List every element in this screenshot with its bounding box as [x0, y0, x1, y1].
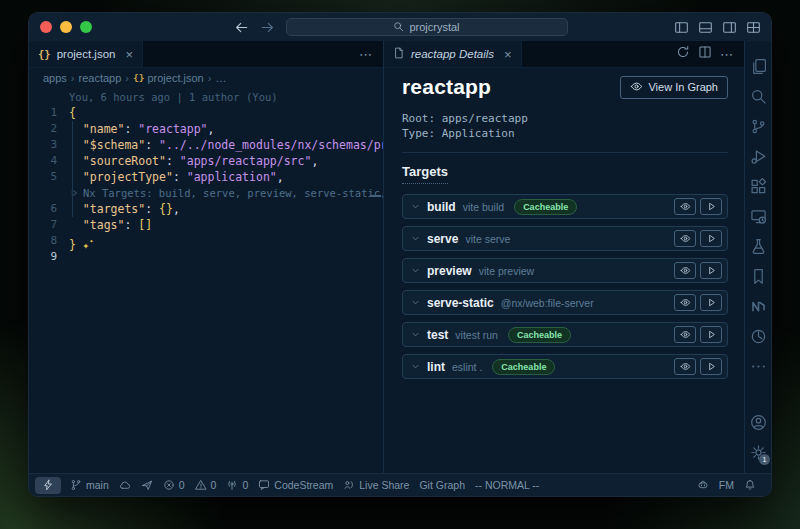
settings-badge: 1: [759, 454, 770, 465]
chevron-down-icon[interactable]: [410, 265, 421, 276]
run-target-button[interactable]: [700, 198, 722, 215]
status-remote[interactable]: [35, 477, 61, 494]
activity-item-nx-console[interactable]: [745, 291, 771, 321]
split-editor-icon[interactable]: [698, 45, 712, 63]
run-target-button[interactable]: [700, 358, 722, 375]
run-target-button[interactable]: [700, 262, 722, 279]
cacheable-badge: Cacheable: [514, 199, 577, 215]
forward-button[interactable]: [259, 19, 276, 36]
chevron-down-icon[interactable]: [410, 329, 421, 340]
status-vim-mode[interactable]: -- NORMAL --: [470, 474, 544, 496]
tab-project-json[interactable]: {} project.json ×: [29, 41, 143, 67]
activity-item-ellipsis[interactable]: [745, 351, 771, 381]
toggle-layout-button[interactable]: [745, 19, 762, 36]
activity-item-test-beaker[interactable]: [745, 231, 771, 261]
gitlens-blame[interactable]: You, 6 hours ago | 1 author (You): [69, 89, 278, 105]
code-line: 4 "sourceRoot": "apps/reactapp/src",: [29, 153, 383, 169]
indent-guide: [72, 121, 73, 217]
minimize-window-button[interactable]: [60, 21, 72, 33]
back-button[interactable]: [233, 19, 250, 36]
status-notifications[interactable]: [739, 474, 761, 496]
view-target-button[interactable]: [674, 326, 696, 343]
breadcrumb: apps›reactapp›{}project.json›…: [29, 68, 383, 87]
breadcrumb-separator: ›: [208, 72, 212, 84]
panel-more-actions-icon[interactable]: ⋯: [720, 47, 734, 62]
status-warnings[interactable]: 0: [190, 474, 222, 496]
document-icon: [393, 47, 405, 59]
history-nav: [233, 19, 276, 36]
tab-reactapp-details[interactable]: reactapp Details ×: [384, 41, 522, 67]
chevron-down-icon[interactable]: [410, 201, 421, 212]
close-tab-icon[interactable]: ×: [504, 48, 512, 61]
breadcrumb-item-reactapp[interactable]: reactapp: [79, 72, 122, 84]
view-target-button[interactable]: [674, 358, 696, 375]
activity-item-bookmark[interactable]: [745, 261, 771, 291]
target-row-test[interactable]: testvitest runCacheable: [402, 322, 728, 347]
target-row-lint[interactable]: linteslint .Cacheable: [402, 354, 728, 379]
chevron-down-icon[interactable]: [410, 233, 421, 244]
status-errors[interactable]: 0: [158, 474, 190, 496]
close-tab-icon[interactable]: ×: [125, 48, 133, 61]
send-icon: [141, 479, 153, 491]
play-icon: [706, 233, 717, 244]
line-number: 1: [29, 105, 57, 121]
status-codestream[interactable]: CodeStream: [253, 474, 338, 496]
project-type: Type: Application: [402, 126, 728, 141]
command-center-search[interactable]: projcrystal: [286, 18, 568, 36]
code-line-text: } ✦✦: [69, 233, 93, 249]
view-target-button[interactable]: [674, 230, 696, 247]
maximize-window-button[interactable]: [80, 21, 92, 33]
status-copilot[interactable]: [692, 474, 714, 496]
status-sync[interactable]: [114, 474, 136, 496]
target-row-build[interactable]: buildvite buildCacheable: [402, 194, 728, 219]
status-git-graph[interactable]: Git Graph: [414, 474, 470, 496]
breadcrumb-item-project.json[interactable]: {}project.json: [133, 72, 204, 84]
status-format[interactable]: FM: [714, 474, 739, 496]
search-icon: [393, 21, 404, 34]
close-window-button[interactable]: [40, 21, 52, 33]
refresh-icon[interactable]: [676, 45, 690, 63]
activity-item-search[interactable]: [745, 81, 771, 111]
line-number: 6: [29, 201, 57, 217]
toggle-panel-right-button[interactable]: [721, 19, 738, 36]
account-icon: [750, 414, 767, 431]
breadcrumb-item-more[interactable]: …: [215, 72, 226, 84]
breadcrumb-item-apps[interactable]: apps: [43, 72, 67, 84]
status-ports[interactable]: 0: [221, 474, 253, 496]
liveshare-icon: [343, 479, 355, 491]
editor-more-actions-icon[interactable]: ⋯: [359, 47, 373, 62]
activity-item-remote-explorer[interactable]: [745, 201, 771, 231]
chevron-down-icon[interactable]: [410, 297, 421, 308]
activity-item-run-debug[interactable]: [745, 141, 771, 171]
lightning-icon: [42, 479, 54, 491]
view-target-button[interactable]: [674, 294, 696, 311]
target-row-preview[interactable]: previewvite preview: [402, 258, 728, 283]
activity-item-explorer[interactable]: [745, 51, 771, 81]
toggle-panel-left-button[interactable]: [673, 19, 690, 36]
activity-item-account[interactable]: [745, 407, 771, 437]
status-publish[interactable]: [136, 474, 158, 496]
run-target-button[interactable]: [700, 326, 722, 343]
status-live-share[interactable]: Live Share: [338, 474, 414, 496]
target-command: eslint .: [452, 361, 482, 373]
panel-right-icon: [722, 20, 737, 35]
code-editor[interactable]: You, 6 hours ago | 1 author (You) 1{2 "n…: [29, 87, 383, 473]
status-git-branch[interactable]: main: [65, 474, 114, 496]
toggle-panel-bottom-button[interactable]: [697, 19, 714, 36]
target-row-serve[interactable]: servevite serve: [402, 226, 728, 251]
view-target-button[interactable]: [674, 198, 696, 215]
activity-item-settings[interactable]: 1: [745, 437, 771, 467]
search-icon: [393, 21, 404, 32]
activity-item-pie-clock[interactable]: [745, 321, 771, 351]
codelens-text[interactable]: Nx Targets: build, serve, preview, serve…: [69, 185, 383, 201]
activity-item-extensions[interactable]: [745, 171, 771, 201]
view-target-button[interactable]: [674, 262, 696, 279]
view-in-graph-button[interactable]: View In Graph: [620, 76, 728, 99]
target-row-serve-static[interactable]: serve-static@nx/web:file-server: [402, 290, 728, 315]
search-icon: [750, 88, 767, 105]
chevron-down-icon[interactable]: [410, 361, 421, 372]
run-target-button[interactable]: [700, 230, 722, 247]
activity-item-source-control[interactable]: [745, 111, 771, 141]
code-line: 1{: [29, 105, 383, 121]
run-target-button[interactable]: [700, 294, 722, 311]
